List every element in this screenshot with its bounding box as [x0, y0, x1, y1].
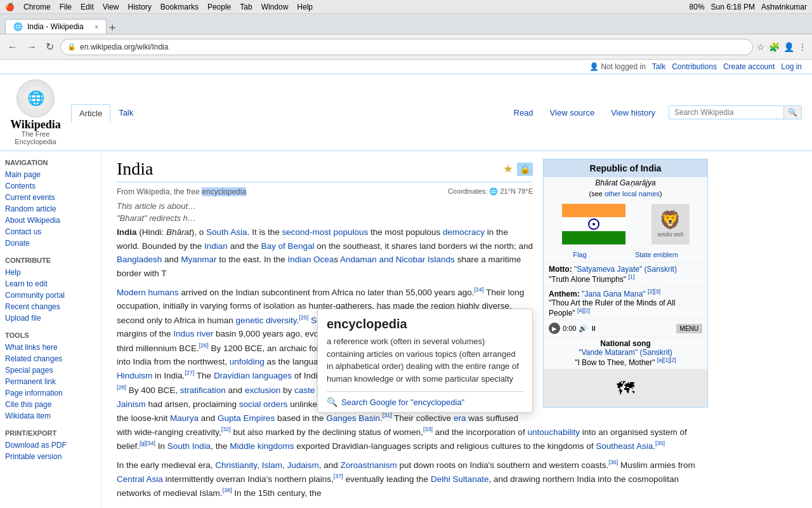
sidebar-item-donate[interactable]: Donate	[5, 237, 96, 249]
sidebar-item-page-information[interactable]: Page information	[5, 387, 96, 399]
tab-read[interactable]: Read	[506, 104, 542, 122]
link-central-asia[interactable]: Central Asia	[117, 474, 163, 484]
highlighted-word: encyclopedia	[202, 187, 246, 196]
link-social-orders[interactable]: social orders	[239, 399, 288, 408]
link-andaman-nicobar[interactable]: Andaman and Nicobar Islands	[340, 255, 455, 264]
link-myanmar[interactable]: Myanmar	[181, 255, 216, 264]
audio-menu-button[interactable]: MENU	[676, 324, 702, 333]
sidebar-item-help[interactable]: Help	[5, 267, 96, 278]
sidebar-item-main-page[interactable]: Main page	[5, 169, 96, 180]
browser-tab-active[interactable]: 🌐 India - Wikipedia ×	[5, 19, 107, 34]
sidebar-item-download-pdf[interactable]: Download as PDF	[5, 439, 96, 451]
motto-text[interactable]: "Satyameva Jayate" (Sanskrit)	[574, 265, 677, 274]
anthem-text[interactable]: "Jana Gana Mana"	[582, 290, 646, 298]
wiki-search-button[interactable]: 🔍	[783, 106, 801, 119]
link-christianity[interactable]: Christianity	[215, 460, 257, 470]
link-indian-ocean[interactable]: Indian	[204, 241, 228, 251]
sidebar-item-what-links-here[interactable]: What links here	[5, 342, 96, 353]
talk-link[interactable]: Talk	[652, 62, 665, 71]
link-second-populous[interactable]: second-most populous	[282, 227, 368, 237]
apple-menu[interactable]: 🍎	[5, 3, 15, 11]
link-untouchability[interactable]: untouchability	[527, 427, 580, 436]
back-button[interactable]: ←	[5, 40, 20, 54]
user-icon[interactable]: 👤	[783, 42, 794, 52]
sidebar-item-special-pages[interactable]: Special pages	[5, 364, 96, 376]
contributions-link[interactable]: Contributions	[672, 62, 717, 71]
emblem-caption[interactable]: State emblem	[635, 251, 678, 258]
menu-file[interactable]: File	[60, 3, 72, 11]
link-bay-of-bengal[interactable]: Bay of Bengal	[261, 241, 314, 251]
sidebar-item-upload-file[interactable]: Upload file	[5, 312, 96, 324]
link-maurya[interactable]: Maurya	[170, 413, 199, 422]
address-bar[interactable]: 🔒 en.wikipedia.org/wiki/India	[60, 39, 753, 55]
new-tab-button[interactable]: +	[109, 22, 116, 34]
reload-button[interactable]: ↻	[43, 39, 56, 54]
link-era[interactable]: era	[454, 413, 466, 422]
menu-view[interactable]: View	[103, 3, 119, 11]
link-caste[interactable]: caste	[294, 385, 315, 394]
link-democracy[interactable]: democracy	[443, 227, 485, 237]
link-stratification[interactable]: stratification	[180, 385, 226, 394]
link-judaism[interactable]: Judaism	[287, 460, 318, 470]
national-song-link[interactable]: "Vande Mataram" (Sanskrit)	[579, 348, 672, 357]
menu-history[interactable]: History	[128, 3, 152, 11]
link-genetic-diversity[interactable]: genetic diversity	[236, 316, 297, 325]
tab-article[interactable]: Article	[71, 104, 110, 123]
link-southeast-asia[interactable]: Southeast Asia	[596, 441, 653, 450]
tab-talk[interactable]: Talk	[110, 104, 141, 122]
menu-bookmarks[interactable]: Bookmarks	[160, 3, 199, 11]
menu-window[interactable]: Window	[261, 3, 289, 11]
link-hinduism[interactable]: Hinduism	[117, 371, 152, 380]
sidebar-item-cite-this-page[interactable]: Cite this page	[5, 399, 96, 410]
sidebar-item-wikidata-item[interactable]: Wikidata item	[5, 410, 96, 422]
tooltip-google-search[interactable]: 🔍 Search Google for "encyclopedia"	[318, 392, 532, 412]
create-account-link[interactable]: Create account	[723, 62, 775, 71]
menu-icon[interactable]: ⋮	[798, 42, 807, 52]
sidebar-item-learn-edit[interactable]: Learn to edit	[5, 278, 96, 290]
sidebar-item-contents[interactable]: Contents	[5, 180, 96, 192]
link-bangladesh[interactable]: Bangladesh	[117, 255, 162, 264]
link-delhi-sultanate[interactable]: Delhi Sultanate	[431, 474, 489, 484]
sidebar-item-random-article[interactable]: Random article	[5, 203, 96, 215]
forward-button[interactable]: →	[24, 40, 39, 54]
flag-caption[interactable]: Flag	[573, 251, 586, 258]
menu-help[interactable]: Help	[297, 3, 313, 11]
link-exclusion[interactable]: exclusion	[245, 385, 280, 394]
link-indus-river[interactable]: Indus river	[173, 329, 213, 338]
sidebar-item-recent-changes[interactable]: Recent changes	[5, 301, 96, 312]
sidebar-item-community-portal[interactable]: Community portal	[5, 290, 96, 301]
menu-edit[interactable]: Edit	[81, 3, 94, 11]
featured-star-icon[interactable]: ★	[503, 162, 513, 176]
tab-view-history[interactable]: View history	[603, 104, 664, 122]
bookmark-icon[interactable]: ☆	[757, 42, 765, 52]
link-gupta[interactable]: Gupta Empires	[218, 413, 275, 422]
wiki-search-input[interactable]	[669, 106, 783, 119]
link-unfolding[interactable]: unfolding	[230, 357, 265, 366]
link-south-asia[interactable]: South Asia	[206, 227, 247, 237]
link-dravidian[interactable]: Dravidian languages	[214, 371, 292, 380]
menu-chrome[interactable]: Chrome	[23, 3, 51, 11]
extension-icon[interactable]: 🧩	[769, 42, 780, 52]
local-names-link[interactable]: other local names	[605, 190, 660, 197]
sidebar-item-permanent-link[interactable]: Permanent link	[5, 376, 96, 387]
sidebar-item-contact-us[interactable]: Contact us	[5, 226, 96, 237]
link-middle-kingdoms[interactable]: Middle kingdoms	[230, 441, 294, 450]
log-in-link[interactable]: Log in	[781, 62, 802, 71]
menu-people[interactable]: People	[207, 3, 231, 11]
sidebar-item-printable-version[interactable]: Printable version	[5, 451, 96, 462]
sidebar-item-current-events[interactable]: Current events	[5, 192, 96, 203]
audio-play-button[interactable]: ▶	[549, 323, 560, 334]
lock-icon[interactable]: 🔒	[517, 163, 533, 176]
tab-close-button[interactable]: ×	[95, 23, 98, 30]
tab-view-source[interactable]: View source	[542, 104, 603, 122]
link-modern-humans[interactable]: Modern humans	[117, 288, 179, 297]
link-islam[interactable]: Islam	[262, 460, 282, 470]
link-jainism[interactable]: Jainism	[117, 399, 146, 408]
sidebar-item-about-wikipedia[interactable]: About Wikipedia	[5, 215, 96, 226]
link-zoroastrianism[interactable]: Zoroastrianism	[340, 460, 396, 470]
link-south-india[interactable]: South India	[167, 441, 211, 450]
link-indian-ocean2[interactable]: Indian Ocea	[287, 255, 334, 264]
sidebar-item-related-changes[interactable]: Related changes	[5, 353, 96, 364]
menu-tab[interactable]: Tab	[240, 3, 252, 11]
link-ganges[interactable]: Ganges Basin	[326, 413, 380, 422]
